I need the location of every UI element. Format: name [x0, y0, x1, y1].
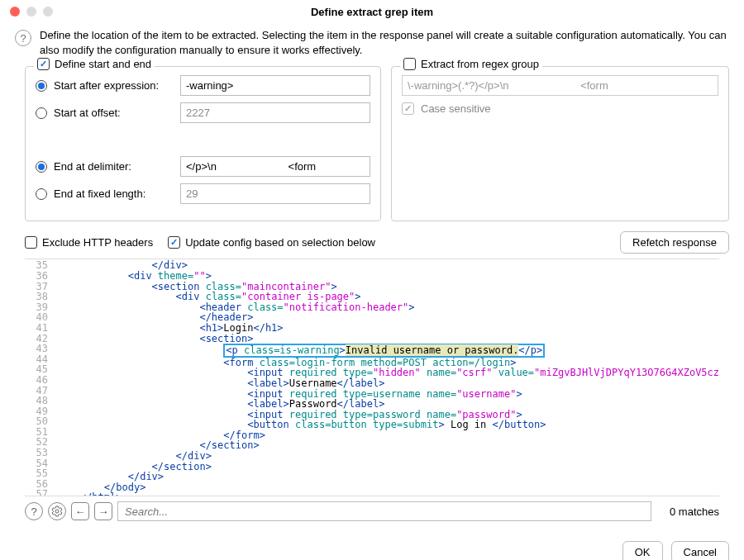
define-start-end-label: Define start and end: [55, 58, 151, 70]
case-sensitive-label: Case sensitive: [421, 102, 491, 115]
start-at-offset-input[interactable]: [180, 102, 370, 123]
refetch-response-button[interactable]: Refetch response: [620, 231, 729, 254]
extract-regex-checkbox[interactable]: [403, 58, 416, 70]
case-sensitive-checkbox[interactable]: [402, 102, 414, 115]
end-at-delimiter-input[interactable]: [180, 156, 370, 177]
ok-button[interactable]: OK: [622, 541, 663, 560]
start-after-expression-radio[interactable]: [36, 80, 47, 92]
define-start-end-checkbox[interactable]: [37, 58, 50, 70]
extract-regex-label: Extract from regex group: [421, 58, 539, 70]
search-input[interactable]: [117, 501, 651, 521]
exclude-http-headers-checkbox[interactable]: [25, 236, 37, 249]
update-config-label: Update config based on selection below: [185, 236, 375, 249]
line-number-gutter: 3536373839404142434445464748495051525354…: [25, 259, 53, 496]
end-at-fixed-length-input[interactable]: [180, 183, 370, 204]
update-config-checkbox[interactable]: [168, 236, 180, 249]
settings-icon[interactable]: [48, 502, 66, 520]
start-at-offset-radio[interactable]: [36, 107, 47, 119]
end-at-delimiter-label: End at delimiter:: [54, 160, 174, 173]
define-start-end-group: Define start and end Start after express…: [25, 66, 381, 221]
intro-text: Define the location of the item to be ex…: [40, 28, 729, 58]
match-count: 0 matches: [656, 505, 719, 518]
svg-point-0: [55, 510, 59, 513]
cancel-button[interactable]: Cancel: [671, 541, 729, 560]
start-at-offset-label: Start at offset:: [54, 107, 174, 119]
end-at-fixed-length-radio[interactable]: [36, 188, 47, 200]
end-at-fixed-length-label: End at fixed length:: [54, 187, 174, 200]
help-icon[interactable]: ?: [25, 502, 43, 520]
regex-input[interactable]: \-warning>(.*?)</p>\n <form: [402, 75, 718, 96]
start-after-expression-input[interactable]: [180, 75, 370, 96]
help-icon[interactable]: ?: [15, 30, 31, 46]
window-title: Define extract grep item: [0, 6, 744, 18]
start-after-expression-label: Start after expression:: [54, 79, 174, 92]
extract-regex-group: Extract from regex group \-warning>(.*?)…: [391, 66, 729, 221]
response-code-view[interactable]: </div> <div theme=""> <section class="ma…: [53, 259, 719, 496]
search-prev-button[interactable]: ←: [71, 502, 89, 520]
end-at-delimiter-radio[interactable]: [36, 161, 47, 173]
search-next-button[interactable]: →: [94, 502, 112, 520]
exclude-http-headers-label: Exclude HTTP headers: [42, 236, 153, 249]
